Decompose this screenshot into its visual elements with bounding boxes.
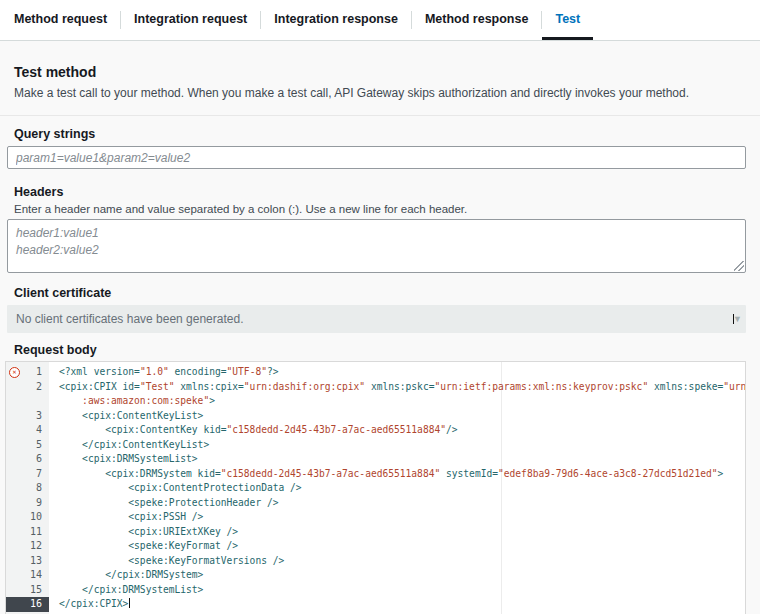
code-line: 5 </cpix:ContentKeyList> xyxy=(6,438,745,453)
test-method-header: Test method Make a test call to your met… xyxy=(14,64,746,100)
tab-label: Integration response xyxy=(274,12,398,26)
code-line: 11 <cpix:URIExtXKey /> xyxy=(6,525,745,540)
error-circle-icon: ✕ xyxy=(9,367,20,378)
page-description: Make a test call to your method. When yo… xyxy=(14,86,746,100)
request-body-label: Request body xyxy=(14,343,746,357)
client-certificate-label: Client certificate xyxy=(14,286,746,300)
line-number: 4 xyxy=(6,423,49,438)
code-line: 8 <cpix:ContentProtectionData /> xyxy=(6,481,745,496)
code-line: 13 <speke:KeyFormatVersions /> xyxy=(6,554,745,569)
line-number: 8 xyxy=(6,481,49,496)
code-line: 6 <cpix:DRMSystemList> xyxy=(6,452,745,467)
query-strings-input[interactable] xyxy=(7,146,746,169)
headers-section: Headers Enter a header name and value se… xyxy=(7,185,746,273)
line-number xyxy=(6,394,49,409)
line-number: 9 xyxy=(6,496,49,511)
tab-integration-request[interactable]: Integration request xyxy=(121,0,260,40)
active-line-number: 16 xyxy=(6,597,49,612)
query-strings-label: Query strings xyxy=(14,127,746,141)
tab-label: Integration request xyxy=(134,12,247,26)
tab-test[interactable]: Test xyxy=(542,0,593,40)
line-number: 10 xyxy=(6,510,49,525)
line-number: 2 xyxy=(6,380,49,395)
code-line: 15 </cpix:DRMSystemList> xyxy=(6,583,745,598)
text-cursor xyxy=(129,598,130,608)
line-number: 11 xyxy=(6,525,49,540)
code-line: 4 <cpix:ContentKey kid="c158dedd-2d45-43… xyxy=(6,423,745,438)
client-certificate-dropdown[interactable]: No client certificates have been generat… xyxy=(7,305,746,333)
code-line: 2<cpix:CPIX id="Test" xmlns:cpix="urn:da… xyxy=(6,380,745,395)
line-number: 15 xyxy=(6,583,49,598)
method-tabs: Method request Integration request Integ… xyxy=(0,0,760,41)
headers-input[interactable] xyxy=(7,219,746,273)
line-number: 7 xyxy=(6,467,49,482)
code-line: 9 <speke:ProtectionHeader /> xyxy=(6,496,745,511)
code-line: 10 <cpix:PSSH /> xyxy=(6,510,745,525)
code-line: ✕1<?xml version="1.0" encoding="UTF-8"?> xyxy=(6,365,745,380)
dropdown-selected-value: No client certificates have been generat… xyxy=(16,312,243,326)
page-title: Test method xyxy=(14,64,746,80)
line-number: 3 xyxy=(6,409,49,424)
code-line: :aws:amazon:com:speke"> xyxy=(6,394,745,409)
client-certificate-section: Client certificate No client certificate… xyxy=(7,286,746,333)
line-number: 14 xyxy=(6,568,49,583)
tab-method-response[interactable]: Method response xyxy=(412,0,542,40)
code-line: 14 </cpix:DRMSystem> xyxy=(6,568,745,583)
headers-label: Headers xyxy=(14,185,746,199)
line-number: ✕1 xyxy=(6,365,49,380)
code-line: 3 <cpix:ContentKeyList> xyxy=(6,409,745,424)
code-line: 16</cpix:CPIX> xyxy=(6,597,745,612)
section-divider xyxy=(0,115,760,116)
tab-integration-response[interactable]: Integration response xyxy=(261,0,411,40)
caret-down-icon: ▼ xyxy=(733,314,734,324)
line-number: 5 xyxy=(6,438,49,453)
line-number: 6 xyxy=(6,452,49,467)
request-body-section: Request body ✕1<?xml version="1.0" encod… xyxy=(5,343,746,614)
query-strings-section: Query strings xyxy=(7,127,746,169)
line-number: 12 xyxy=(6,539,49,554)
line-number: 13 xyxy=(6,554,49,569)
tab-label: Method request xyxy=(14,12,107,26)
tab-label: Test xyxy=(555,12,580,26)
code-lines: ✕1<?xml version="1.0" encoding="UTF-8"?>… xyxy=(6,362,745,612)
headers-description: Enter a header name and value separated … xyxy=(14,203,746,215)
request-body-editor[interactable]: ✕1<?xml version="1.0" encoding="UTF-8"?>… xyxy=(5,361,746,614)
tab-label: Method response xyxy=(425,12,529,26)
textarea-resize-handle[interactable] xyxy=(734,261,744,271)
tab-method-request[interactable]: Method request xyxy=(14,0,120,40)
code-line: 12 <speke:KeyFormat /> xyxy=(6,539,745,554)
code-line: 7 <cpix:DRMSystem kid="c158dedd-2d45-43b… xyxy=(6,467,745,482)
